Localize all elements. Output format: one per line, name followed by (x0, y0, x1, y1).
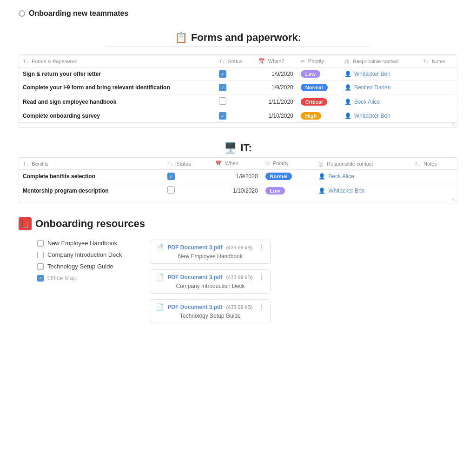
it-responsible-0[interactable]: 👤 Beck Alice (315, 170, 411, 183)
person-link[interactable]: Whitacker Ben (328, 187, 364, 194)
pdf-link[interactable]: PDF Document 3.pdf (167, 304, 222, 310)
forms-col-notes-icon: T↓ (423, 59, 429, 64)
it-col-status: T↓ Status (164, 158, 212, 170)
forms-responsible-2[interactable]: 👤 Beck Alice (341, 94, 419, 109)
pdf-menu-icon[interactable]: ⋮ (258, 244, 264, 251)
it-section-header: 🖥️ IT: (19, 142, 457, 154)
forms-table-row: Read and sign employee handbook 1/11/202… (19, 94, 457, 109)
priority-badge: Critical (301, 98, 327, 106)
pdf-menu-icon[interactable]: ⋮ (258, 274, 264, 281)
it-notes-1 (411, 183, 457, 198)
person-link[interactable]: Beck Alice (328, 173, 354, 180)
forms-icon: 📋 (175, 32, 187, 44)
forms-table-header-row: T↓ Forms & Paperwork T↓ Status 📅 When? ⇔… (19, 55, 457, 67)
forms-col-status-icon: T↓ (219, 59, 225, 64)
pdf-link[interactable]: PDF Document 3.pdf (167, 274, 222, 281)
pdf-icon: 📄 (156, 274, 164, 281)
priority-badge: Normal (301, 84, 328, 91)
pdf-card: 📄 PDF Document 3.pdf (433.99 kB) ⋮ New E… (150, 240, 271, 264)
checkbox-unchecked[interactable] (219, 97, 226, 105)
it-table-row: Mentorship program description 1/10/2020… (19, 183, 457, 198)
forms-when-3: 1/10/2020 (255, 109, 297, 123)
pdf-size: (433.99 kB) (226, 245, 252, 250)
checklist-checkbox-unchecked[interactable] (37, 252, 44, 258)
page-title-row: Onboarding new teammates (19, 9, 457, 18)
person-link[interactable]: Whitacker Ben (354, 113, 390, 119)
forms-task-name-3: Complete onboarding survey (19, 109, 215, 123)
checkbox-checked[interactable]: ✓ (167, 173, 175, 180)
forms-col-responsible: @ Responsible contact (341, 55, 419, 67)
forms-notes-3 (419, 109, 457, 123)
priority-badge: High (301, 112, 321, 120)
person-link[interactable]: Whitacker Ben (354, 71, 390, 77)
it-status-1[interactable] (164, 183, 212, 198)
checklist-checkbox-checked[interactable]: ✓ (37, 275, 44, 281)
forms-responsible-1[interactable]: 👤 Benitez Darien (341, 81, 419, 94)
forms-section-title: Forms and paperwork: (191, 32, 301, 44)
pdf-card: 📄 PDF Document 3.pdf (433.99 kB) ⋮ Techn… (150, 299, 271, 323)
checklist-item-label: Company Introduction Deck (47, 251, 122, 258)
forms-status-3[interactable]: ✓ (215, 109, 254, 123)
forms-priority-1: Normal (297, 81, 341, 94)
checklist-checkbox-unchecked[interactable] (37, 263, 44, 270)
pdf-label: New Employee Handbook (156, 253, 264, 260)
resources-section: 📕 Onboarding resources New Employee Hand… (19, 217, 457, 323)
it-col-name: T↓ Benifits (19, 158, 164, 170)
priority-badge: Normal (265, 173, 292, 180)
forms-when-1: 1/9/2020 (255, 81, 297, 94)
forms-priority-0: Low (297, 67, 341, 81)
person-link[interactable]: Beck Alice (354, 99, 380, 105)
forms-task-name-0: Sign & return your offer letter (19, 67, 215, 81)
forms-status-1[interactable]: ✓ (215, 81, 254, 94)
forms-responsible-0[interactable]: 👤 Whitacker Ben (341, 67, 419, 81)
person-link[interactable]: Benitez Darien (354, 84, 391, 91)
it-responsible-1[interactable]: 👤 Whitacker Ben (315, 183, 411, 198)
forms-notes-1 (419, 81, 457, 94)
pdf-label: Technology Setup Guide (156, 313, 264, 319)
checkbox-checked[interactable]: ✓ (219, 84, 226, 91)
it-notes-0 (411, 170, 457, 183)
it-when-1: 1/10/2020 (212, 183, 262, 198)
pdf-link[interactable]: PDF Document 3.pdf (167, 244, 222, 251)
forms-status-2[interactable] (215, 94, 254, 109)
checkbox-unchecked[interactable] (167, 186, 175, 194)
forms-table-row: Complete onboarding survey ✓ 1/10/2020 H… (19, 109, 457, 123)
pdf-card-row: 📄 PDF Document 3.pdf (433.99 kB) ⋮ (156, 244, 264, 251)
forms-table-resize[interactable]: ⤡ (451, 122, 456, 127)
pdf-menu-icon[interactable]: ⋮ (258, 303, 264, 311)
it-col-priority-icon: ⇔ (265, 161, 270, 167)
it-status-0[interactable]: ✓ (164, 170, 212, 183)
title-circle-icon (19, 10, 25, 17)
it-section-title: IT: (240, 142, 251, 154)
forms-when-0: 1/9/2020 (255, 67, 297, 81)
forms-priority-3: High (297, 109, 341, 123)
person-icon: 👤 (344, 84, 351, 91)
forms-priority-2: Critical (297, 94, 341, 109)
checkbox-checked[interactable]: ✓ (219, 70, 226, 78)
forms-divider (106, 47, 370, 47)
forms-task-name-1: Complete your I-9 form and bring relevan… (19, 81, 215, 94)
checklist-checkbox-unchecked[interactable] (37, 240, 44, 247)
person-icon: 👤 (344, 113, 351, 119)
forms-status-0[interactable]: ✓ (215, 67, 254, 81)
priority-badge: Low (301, 70, 320, 78)
checklist-item[interactable]: ✓Office Map (37, 275, 122, 281)
checkbox-checked[interactable]: ✓ (219, 112, 226, 120)
forms-table: T↓ Forms & Paperwork T↓ Status 📅 When? ⇔… (19, 55, 457, 123)
person-icon: 👤 (344, 99, 351, 105)
checklist-item-label: New Employee Handbook (47, 240, 117, 247)
it-col-priority: ⇔ Priority (262, 158, 315, 170)
pdf-size: (433.99 kB) (226, 275, 252, 280)
pdf-card-row: 📄 PDF Document 3.pdf (433.99 kB) ⋮ (156, 303, 264, 311)
it-task-name-1: Mentorship program description (19, 183, 164, 198)
forms-notes-2 (419, 94, 457, 109)
resources-checklist: New Employee HandbookCompany Introductio… (37, 240, 122, 323)
forms-responsible-3[interactable]: 👤 Whitacker Ben (341, 109, 419, 123)
it-col-notes: T↓ Notes (411, 158, 457, 170)
checklist-item[interactable]: New Employee Handbook (37, 240, 122, 247)
it-table-resize[interactable]: ⤡ (451, 197, 456, 202)
checklist-item[interactable]: Company Introduction Deck (37, 251, 122, 258)
resources-header: 📕 Onboarding resources (19, 217, 457, 230)
forms-col-name: T↓ Forms & Paperwork (19, 55, 215, 67)
checklist-item[interactable]: Technology Setup Guide (37, 263, 122, 270)
